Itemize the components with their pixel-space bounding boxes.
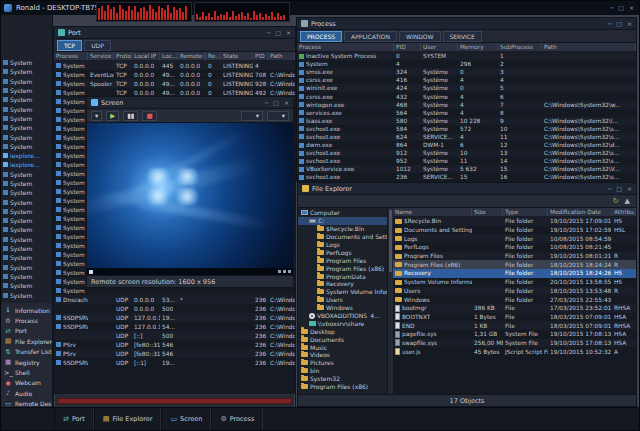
port-row[interactable]: SystemEventLogTCP0.0.0.049...0.0.0.00LIS…	[54, 70, 295, 79]
tree-item[interactable]: Windows	[298, 304, 387, 312]
port-row[interactable]: PSrvUDP[fe80::31f...546236C:\Windows\S..…	[54, 349, 295, 358]
process-strip-row[interactable]: System	[1, 170, 52, 179]
sidebar-item-transfer-list[interactable]: ⇅Transfer List	[1, 347, 52, 357]
file-column-header[interactable]: Modification Date	[548, 208, 612, 216]
process-strip-row[interactable]: System	[1, 58, 52, 67]
process-column-header[interactable]: PID	[394, 43, 421, 51]
quality-select[interactable]: ▾	[267, 111, 289, 121]
process-strip-row[interactable]: System	[1, 253, 52, 262]
tree-item[interactable]: Logs	[298, 241, 387, 249]
process-strip-row[interactable]: System	[1, 123, 52, 132]
process-row[interactable]: smss.exe324Système03	[297, 68, 636, 76]
process-strip-row[interactable]: System	[1, 95, 52, 104]
taskbar-item-screen[interactable]: ▭Screen	[161, 408, 211, 430]
file-row[interactable]: bootmgr386 KBFile17/03/2015 23:52:01RHSA	[393, 304, 636, 313]
sidebar-item-information[interactable]: ℹInformation	[1, 305, 52, 315]
process-strip-row[interactable]: System	[1, 142, 52, 151]
maximize-button[interactable]: □	[273, 99, 279, 106]
taskbar-item-port[interactable]: ⇄Port	[54, 408, 94, 430]
process-strip-row[interactable]: System	[1, 225, 52, 234]
port-column-header[interactable]: Proto	[114, 52, 132, 60]
sidebar-item-process[interactable]: ⚙Process	[1, 315, 52, 325]
tree-scrollbar[interactable]	[387, 208, 393, 394]
minimize-button[interactable]: ─	[608, 185, 612, 192]
tree-item[interactable]: PerfLogs	[298, 248, 387, 256]
process-strip-row[interactable]: System	[1, 290, 52, 299]
close-button[interactable]: ×	[286, 29, 291, 36]
size-select[interactable]: ▾	[241, 111, 263, 121]
port-row[interactable]: SSDPSRVUDP127.0.0.119...236C:\Windows\S.…	[54, 313, 295, 322]
process-strip-row[interactable]: System	[1, 207, 52, 216]
tree-item[interactable]: $Recycle.Bin	[298, 225, 387, 233]
process-strip-row[interactable]: System	[1, 114, 52, 123]
file-row[interactable]: pagefile.sys1,31 GBSystem File19/10/2015…	[393, 330, 636, 339]
file-row[interactable]: user.js45 BytesJScript Script File19/10/…	[393, 347, 636, 356]
port-column-header[interactable]: Process	[54, 52, 88, 60]
sidebar-item-audio[interactable]: ♪Audio	[1, 388, 52, 398]
file-row[interactable]: UsersFile folder18/10/2015 13:53:48R	[393, 287, 636, 296]
process-strip-row[interactable]: System	[1, 179, 52, 188]
tree-item[interactable]: Program Files (x86)	[298, 383, 387, 391]
refresh-icon[interactable]: ↻	[613, 197, 619, 205]
file-row[interactable]: LogsFile folder10/08/2015 08:54:59	[393, 234, 636, 243]
port-row[interactable]: SSDPSRVUDP127.0.0.154...236C:\Windows\S.…	[54, 322, 295, 331]
process-row[interactable]: winlogon.exe468Système47C:\Windows\Syste…	[297, 101, 636, 109]
port-column-header[interactable]: Service	[88, 52, 114, 60]
tree-item[interactable]: Desktop	[298, 327, 387, 335]
process-window-title-bar[interactable]: Process ─□×	[297, 18, 636, 30]
port-tab-udp[interactable]: UDP	[84, 40, 111, 51]
port-column-header[interactable]: Path	[268, 52, 295, 60]
process-row[interactable]: dwm.exe864DWM-1612C:\Windows\System32\d.…	[297, 141, 636, 149]
process-tab-application[interactable]: APPLICATION	[344, 31, 397, 42]
taskbar-item-file-explorer[interactable]: ▤File Explorer	[94, 408, 162, 430]
sidebar-item-webcam[interactable]: ◉Webcam	[1, 378, 52, 388]
process-strip-row[interactable]: System	[1, 263, 52, 272]
tree-item[interactable]: Users	[298, 296, 387, 304]
tree-item[interactable]: ProgramData	[298, 272, 387, 280]
tree-item[interactable]: System Volume Information	[298, 288, 387, 296]
port-window-title-bar[interactable]: Port ─□×	[54, 27, 295, 39]
file-explorer-window[interactable]: File Explorer ─□× ↻▲ ComputerC:$Recycle.…	[297, 182, 637, 407]
file-row[interactable]: $Recycle.BinFile folder19/10/2015 17:09:…	[393, 217, 636, 226]
process-row[interactable]: lsass.exe580Système10 2289C:\Windows\Sys…	[297, 117, 636, 125]
tree-item[interactable]: Program Files (x86)	[298, 264, 387, 272]
port-row[interactable]: SystemSpoolerTCP0.0.0.049...0.0.0.00LIST…	[54, 79, 295, 88]
sidebar-item-registry[interactable]: ▦Registry	[1, 357, 52, 367]
port-row[interactable]: SSDPSRVUDP[::1]19...236C:\Windows\S...	[54, 358, 295, 367]
tree-item[interactable]: Pictures	[298, 359, 387, 367]
process-strip-row[interactable]: System	[1, 281, 52, 290]
process-strip-row[interactable]: System	[1, 197, 52, 206]
process-strip-row[interactable]: System	[1, 67, 52, 76]
sidebar-item-port[interactable]: ⇄Port	[1, 326, 52, 336]
minimize-button[interactable]: ─	[608, 20, 612, 27]
close-button[interactable]: ×	[627, 185, 632, 192]
up-directory-icon[interactable]: ▲	[625, 197, 630, 205]
port-row[interactable]: SystemTCP0.0.0.04450.0.0.00LISTENING4	[54, 61, 295, 70]
file-column-header[interactable]: Attribu...	[612, 208, 636, 216]
file-row[interactable]: PerfLogsFile folder10/08/2015 08:21:45	[393, 243, 636, 252]
screen-window-title-bar[interactable]: Screen ─□×	[87, 97, 293, 109]
tree-item[interactable]: Computer	[298, 209, 387, 217]
process-strip-row[interactable]: System	[1, 77, 52, 86]
process-column-header[interactable]: Memory	[458, 43, 498, 51]
file-row[interactable]: RecoveryFile folder18/10/2015 18:24:26HS	[393, 269, 636, 278]
process-row[interactable]: svchost.exe912Système1013C:\Windows\Syst…	[297, 149, 636, 157]
process-strip-row[interactable]: System	[1, 244, 52, 253]
process-strip-row[interactable]: System	[1, 86, 52, 95]
tree-item[interactable]: VBOXADDITIONS_4...	[298, 312, 387, 320]
tree-item[interactable]: Recovery	[298, 280, 387, 288]
process-strip-row[interactable]: System	[1, 216, 52, 225]
process-column-header[interactable]: User	[421, 43, 458, 51]
process-tab-window[interactable]: WINDOW	[399, 31, 440, 42]
file-row[interactable]: Documents and SettingsFile folder19/10/2…	[393, 226, 636, 235]
port-row[interactable]: PSrvUDP[fe80::31f...546236C:\Windows\S..…	[54, 340, 295, 349]
file-row[interactable]: swapfile.sys256,00 MBSystem File19/10/20…	[393, 339, 636, 348]
process-strip-row[interactable]: System	[1, 104, 52, 113]
file-row[interactable]: END1 KBFile18/03/2015 07:09:01RHSA	[393, 321, 636, 330]
process-row[interactable]: VBoxService.exe1012Système5 63215C:\Wind…	[297, 165, 636, 173]
file-row[interactable]: BOOTNXT1 BytesFile18/03/2015 07:09:01HSA	[393, 313, 636, 322]
maximize-button[interactable]: □	[616, 20, 622, 27]
maximize-button[interactable]: □	[618, 4, 624, 11]
file-explorer-title-bar[interactable]: File Explorer ─□×	[298, 183, 636, 195]
process-column-header[interactable]: Process	[297, 43, 394, 51]
